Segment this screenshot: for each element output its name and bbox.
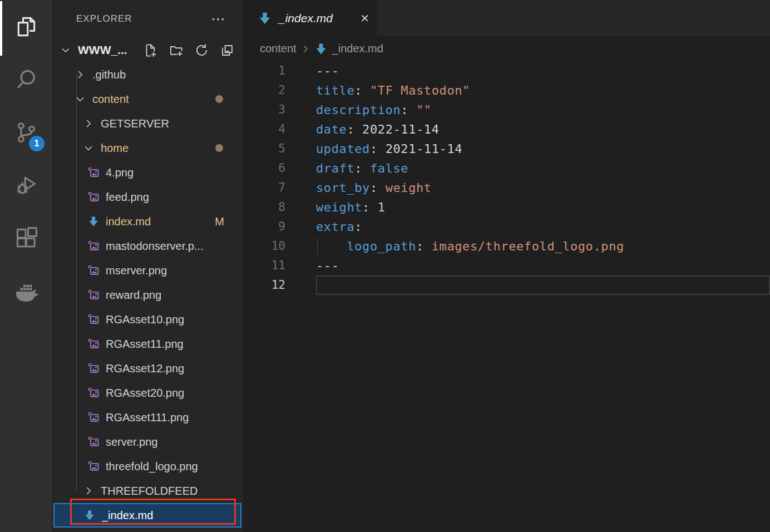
tab-close-icon[interactable]: ✕ [360,12,369,25]
tree-item-index-md[interactable]: index.mdM [52,209,243,234]
explorer-toolbar [143,43,243,58]
tree-item-feed-png[interactable]: feed.png [52,185,243,209]
line-content: description: "" [316,100,770,120]
line-content: logo_path: images/threefold_logo.png [316,237,770,256]
tree-item-4-png[interactable]: 4.png [52,160,243,185]
chevron-down-icon [74,93,86,105]
line-number: 2 [243,81,285,100]
activity-bar: 1 [0,0,52,532]
tree-item-home[interactable]: home [52,136,243,160]
code-line-1[interactable]: 1--- [243,61,770,81]
image-icon [87,264,100,277]
tree-item-label: server.png [106,436,157,449]
code-line-11[interactable]: 11--- [243,256,770,275]
tree-item-rgasset12-png[interactable]: RGAsset12.png [52,356,243,381]
image-icon [87,338,100,350]
activity-item-search[interactable] [0,53,52,106]
tree-item-rgasset111-png[interactable]: RGAsset111.png [52,405,243,430]
image-icon [87,289,100,301]
tree-item-server-png[interactable]: server.png [52,430,243,454]
tree-item-label: index.md [106,215,151,228]
activity-item-explorer[interactable] [0,0,52,53]
more-actions-icon[interactable]: ⋯ [211,12,226,26]
chevron-right-icon [74,68,86,81]
activity-item-source-control[interactable]: 1 [0,106,52,159]
image-icon [87,436,100,448]
tree-item-label: RGAsset12.png [106,362,184,375]
image-icon [87,191,100,203]
line-number: 1 [243,61,285,81]
tree-item-getserver[interactable]: GETSERVER [52,111,243,136]
git-modified-badge: M [215,215,224,228]
chevron-down-icon [82,142,95,154]
tree-item-www[interactable]: WWW_... [52,38,243,62]
tree-item-threefold-logo-png[interactable]: threefold_logo.png [52,454,243,479]
tree-item-label: RGAsset20.png [106,387,184,400]
docker-icon [14,279,38,303]
tree-item-label: RGAsset11.png [106,338,184,351]
tab-bar: _index.md ✕ [243,0,770,36]
tree-item-mastodonserver-p[interactable]: mastodonserver.p... [52,234,243,258]
line-content: draft: false [316,159,770,178]
tree-item-label: _index.md [102,509,153,522]
source-control-badge: 1 [29,136,45,151]
tree-item-label: home [101,142,129,155]
tree-item-threefoldfeed[interactable]: THREEFOLDFEED [52,479,243,503]
collapse-all-icon[interactable] [220,43,235,58]
code-line-3[interactable]: 3description: "" [243,100,770,120]
image-icon [87,362,100,375]
git-modified-dot [215,95,223,103]
tree-item-rgasset11-png[interactable]: RGAsset11.png [52,332,243,356]
image-icon [87,313,100,326]
line-content: --- [316,61,770,81]
markdown-file-icon [258,11,272,26]
line-number: 11 [243,256,285,275]
code-line-5[interactable]: 5updated: 2021-11-14 [243,139,770,159]
tree-item-label: feed.png [106,191,149,204]
new-folder-icon[interactable] [169,43,184,58]
line-content: title: "TF Mastodon" [316,81,770,100]
line-content: date: 2022-11-14 [316,120,770,139]
tree-item-rgasset10-png[interactable]: RGAsset10.png [52,307,243,332]
code-line-4[interactable]: 4date: 2022-11-14 [243,120,770,139]
tree-item-index-md[interactable]: _index.md [53,503,241,528]
refresh-icon[interactable] [194,43,209,58]
tree-item-rgasset20-png[interactable]: RGAsset20.png [52,381,243,405]
line-content: weight: 1 [316,198,770,217]
line-content: extra: [316,217,770,237]
activity-item-run-and-debug[interactable] [0,159,52,211]
chevron-down-icon [60,44,72,56]
chevron-right-icon [300,43,311,55]
code-line-8[interactable]: 8weight: 1 [243,198,770,217]
code-editor[interactable]: 1---2title: "TF Mastodon"3description: "… [243,61,770,295]
tab-label: _index.md [279,12,333,25]
extensions-icon [14,226,38,250]
git-modified-dot [215,144,223,152]
breadcrumb-item-index-md[interactable]: _index.md [332,42,383,55]
tree-item-content[interactable]: content [52,87,243,111]
code-line-10[interactable]: 10 logo_path: images/threefold_logo.png [243,237,770,256]
code-line-2[interactable]: 2title: "TF Mastodon" [243,81,770,100]
markdown-file-icon [314,42,328,56]
code-line-7[interactable]: 7sort_by: weight [243,178,770,198]
tree-item-mserver-png[interactable]: mserver.png [52,258,243,283]
activity-item-extensions[interactable] [0,211,52,264]
activity-item-docker[interactable] [0,264,52,317]
breadcrumb-item-content[interactable]: content [260,42,297,55]
line-number: 12 [243,275,285,295]
tree-item-github[interactable]: .github [52,62,243,87]
line-content [316,275,770,295]
tab-index-md[interactable]: _index.md ✕ [243,0,377,36]
image-icon [87,240,100,252]
new-file-icon[interactable] [143,43,158,58]
image-icon [87,166,100,179]
files-icon [14,14,38,39]
code-line-9[interactable]: 9extra: [243,217,770,237]
tree-item-label: THREEFOLDFEED [101,485,198,497]
code-line-6[interactable]: 6draft: false [243,159,770,178]
line-number: 9 [243,217,285,237]
code-line-12[interactable]: 12 [243,275,770,295]
tree-item-reward-png[interactable]: reward.png [52,283,243,307]
tree-item-label: .github [92,68,126,81]
image-icon [87,387,100,399]
